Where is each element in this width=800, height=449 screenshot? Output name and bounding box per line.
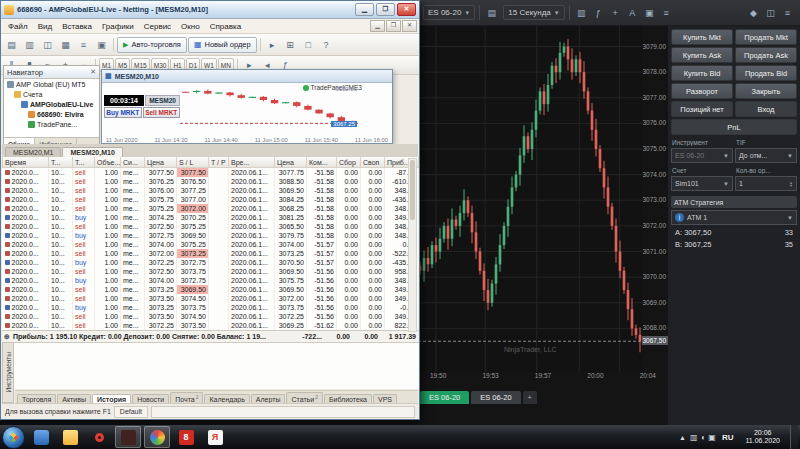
table-row[interactable]: 2020.0...10...buy1.00me...3072.253072.75…	[3, 258, 419, 267]
column-header[interactable]: Ком...	[307, 157, 337, 168]
column-header[interactable]: S / L	[177, 157, 209, 168]
scrollbar-thumb[interactable]	[410, 160, 415, 220]
alerts-icon[interactable]: ◆	[746, 5, 761, 20]
fullscreen-icon[interactable]: □	[300, 36, 317, 53]
interval-selector[interactable]: 15 Секунда ▼	[503, 5, 564, 20]
table-row[interactable]: 2020.0...10...sell1.00me...3076.003077.2…	[3, 186, 419, 195]
table-row[interactable]: 2020.0...10...sell1.00me...3072.503073.7…	[3, 267, 419, 276]
buy-bid-button[interactable]: Купить Bid	[671, 65, 733, 81]
mdi-restore-button[interactable]: ❐	[386, 20, 401, 32]
column-header[interactable]: Сбор	[337, 157, 361, 168]
table-row[interactable]: 2020.0...10...sell1.00me...3074.003075.2…	[3, 240, 419, 249]
indicators-icon[interactable]: ƒ	[591, 5, 606, 20]
opera-icon[interactable]	[86, 426, 112, 448]
close-icon[interactable]: ✕	[90, 68, 96, 76]
sell-mrkt-button[interactable]: Sell MRKT	[143, 107, 181, 118]
profiles-icon[interactable]: ▥	[21, 36, 38, 53]
navigator-item[interactable]: AMPGlobalEU-Live	[4, 99, 99, 109]
account-field[interactable]: Sim101 ▼	[671, 176, 733, 191]
menu-item[interactable]: Файл	[3, 22, 33, 31]
yandex-browser-icon[interactable]: Я	[202, 426, 228, 448]
table-row[interactable]: 2020.0...10...sell1.00me...3075.753077.0…	[3, 195, 419, 204]
nt-price-chart[interactable]: NinjaTrader, LLC	[418, 26, 642, 372]
auto-trading-button[interactable]: ▶ Авто-торговля	[117, 37, 187, 53]
table-row[interactable]: 2020.0...10...sell1.00me...3077.503077.5…	[3, 168, 419, 178]
sell-market-button[interactable]: Продать Mkt	[735, 29, 797, 45]
table-row[interactable]: 2020.0...10...sell1.00me...3075.253072.0…	[3, 204, 419, 213]
column-header[interactable]: Т...	[49, 157, 73, 168]
column-header[interactable]: Объе...	[95, 157, 121, 168]
instrument-selector[interactable]: ES 06-20 ▼	[423, 5, 475, 20]
entry-button[interactable]: Вход	[735, 101, 797, 117]
table-row[interactable]: 2020.0...10...buy1.00me...3073.253073.75…	[3, 303, 419, 312]
buy-market-button[interactable]: Купить Mkt	[671, 29, 733, 45]
buy-ask-button[interactable]: Купить Ask	[671, 47, 733, 63]
data-window-icon[interactable]: ▦	[57, 36, 74, 53]
menu-icon[interactable]: ≡	[780, 5, 795, 20]
minimize-button[interactable]: ▁	[355, 3, 374, 16]
sell-ask-button[interactable]: Продать Ask	[735, 47, 797, 63]
layout-icon[interactable]: ◫	[763, 5, 778, 20]
sell-bid-button[interactable]: Продать Bid	[735, 65, 797, 81]
add-tab-button[interactable]: +	[523, 391, 537, 404]
table-row[interactable]: 2020.0...10...sell1.00me...3073.503074.5…	[3, 312, 419, 321]
chart-tab[interactable]: MESM20,M1	[5, 147, 61, 157]
table-row[interactable]: 2020.0...10...sell1.00me...3073.253069.5…	[3, 285, 419, 294]
terminal-app-icon[interactable]	[115, 426, 141, 448]
mt5-title-bar[interactable]: 668690 - AMPGlobalEU-Live - Netting - [M…	[1, 1, 419, 19]
instrument-field[interactable]: ES 06-20 ▼	[671, 148, 733, 163]
atm-strategy-selector[interactable]: i ATM 1 ▼	[671, 210, 797, 225]
algo-trading-icon[interactable]: ▸	[264, 36, 281, 53]
help-icon[interactable]: ?	[318, 36, 335, 53]
app-8-icon[interactable]: 8	[173, 426, 199, 448]
column-header[interactable]: Своп	[361, 157, 385, 168]
table-row[interactable]: 2020.0...10...buy1.00me...3074.253070.25…	[3, 213, 419, 222]
restore-button[interactable]: ❐	[376, 3, 395, 16]
market-watch-icon[interactable]: ◫	[39, 36, 56, 53]
table-row[interactable]: 2020.0...10...sell1.00me...3072.003073.2…	[3, 249, 419, 258]
notification-icon[interactable]: ▣	[708, 433, 716, 442]
navigator-item[interactable]: AMP Global (EU) MT5	[4, 79, 99, 89]
time-axis[interactable]: 19:5019:5319:5720:0020:04	[418, 372, 668, 384]
close-button[interactable]: Закрыть	[735, 83, 797, 99]
table-row[interactable]: 2020.0...10...buy1.00me...3072.753069.50…	[3, 231, 419, 240]
nt-chart-tab[interactable]: ES 06-20	[471, 391, 520, 404]
table-row[interactable]: 2020.0...10...sell1.00me...3072.503075.2…	[3, 222, 419, 231]
navigator-panel-icon[interactable]: ≡	[75, 36, 92, 53]
navigator-item[interactable]: Счета	[4, 89, 99, 99]
price-axis[interactable]: 3067,50 3079.003078.003077.003076.003075…	[642, 26, 668, 372]
column-header[interactable]: Вре...	[229, 157, 275, 168]
scrollbar[interactable]	[408, 158, 417, 332]
app-window-icon[interactable]	[28, 426, 54, 448]
instrument-list-icon[interactable]: ▤	[484, 5, 499, 20]
table-row[interactable]: 2020.0...10...buy1.00me...3074.003072.75…	[3, 276, 419, 285]
navigator-item[interactable]: 668690: Elvira	[4, 109, 99, 119]
stepper-arrows-icon[interactable]: ▲▼	[789, 181, 793, 187]
menu-item[interactable]: Сервис	[139, 22, 176, 31]
menu-item[interactable]: Окно	[176, 22, 205, 31]
buy-mrkt-button[interactable]: Buy MRKT	[104, 107, 142, 118]
properties-icon[interactable]: ≡	[659, 5, 674, 20]
hidden-icons-arrow[interactable]: ▲	[679, 434, 686, 441]
browser-swirl-icon[interactable]	[144, 426, 170, 448]
table-row[interactable]: 2020.0...10...sell1.00me...3076.253076.5…	[3, 177, 419, 186]
start-button[interactable]	[2, 426, 25, 449]
explorer-folder-icon[interactable]	[57, 426, 83, 448]
layout-icon[interactable]: ⊞	[282, 36, 299, 53]
column-header[interactable]: Т...	[73, 157, 95, 168]
toolbox-panel-icon[interactable]: ▣	[93, 36, 110, 53]
tif-field[interactable]: До отм... ▼	[735, 148, 797, 163]
mdi-minimize-button[interactable]: ▁	[370, 20, 385, 32]
reverse-button[interactable]: Разворот	[671, 83, 733, 99]
nt-chart-tab[interactable]: ES 06-20	[420, 391, 469, 404]
column-header[interactable]: T / P	[209, 157, 229, 168]
close-button[interactable]: ✕	[397, 3, 416, 16]
clock[interactable]: 20:06 11.06.2020	[739, 429, 786, 445]
text-tool-icon[interactable]: A	[625, 5, 640, 20]
menu-item[interactable]: Вид	[33, 22, 57, 31]
column-header[interactable]: Время	[3, 157, 49, 168]
drawing-tools-icon[interactable]: +	[608, 5, 623, 20]
menu-item[interactable]: Вставка	[57, 22, 97, 31]
chart-area[interactable]: TradePanelCME3 3102.50 3067.25 00:03:14 …	[102, 83, 392, 144]
language-indicator[interactable]: RU	[720, 433, 736, 442]
